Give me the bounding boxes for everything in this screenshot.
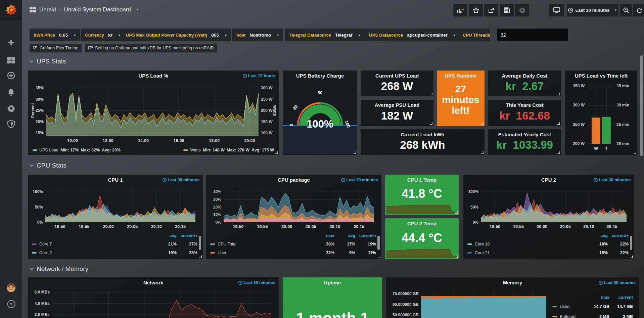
panel-title[interactable]: CPU 2 Temp — [388, 221, 456, 226]
panel-title[interactable]: Average PSU Load — [363, 102, 431, 108]
legend-scrollbar[interactable] — [199, 236, 201, 250]
cpu2-chart[interactable]: 0%50%100%19:5019:5520:0020:0520:1020:15 — [466, 186, 631, 231]
alerting-bell-icon[interactable] — [0, 86, 22, 98]
clock-icon — [163, 178, 167, 182]
time-range-picker[interactable]: Last 30 minutes ▼ — [567, 4, 618, 16]
panel-title[interactable]: Uptime — [293, 280, 372, 285]
share-button[interactable] — [484, 4, 498, 16]
cpu-package-chart[interactable]: 0%10%20%30%40%19:5019:5520:0020:0520:102… — [209, 186, 379, 231]
section-network-memory[interactable]: Network / Memory — [30, 265, 88, 273]
dashboards-grid-icon[interactable] — [0, 54, 22, 66]
legend-row[interactable]: CPU Total38%17%19% — [210, 240, 376, 248]
legend-col-avg[interactable]: avg — [587, 233, 608, 238]
legend-row[interactable]: User22%9%11% — [210, 248, 376, 257]
server-admin-shield-icon[interactable] — [0, 118, 22, 130]
legend-col-max[interactable]: max — [314, 233, 334, 238]
svg-text:19:55: 19:55 — [513, 224, 524, 229]
ups-load-chart[interactable]: 15%100 W20%150 W25%200 W30%250 W35%300 W… — [31, 82, 276, 145]
cycle-view-button[interactable] — [549, 4, 564, 16]
panel-time-range[interactable]: Last 30 minutes — [238, 280, 275, 285]
variable-host[interactable]: host Nostromo ▾ — [232, 29, 283, 41]
panel-time-range[interactable]: Last 30 minutes — [341, 178, 378, 182]
panel-title[interactable]: CPU 1 Temp — [388, 177, 456, 183]
legend-col-current[interactable]: current — [177, 233, 197, 238]
page-scrollbar[interactable] — [640, 55, 643, 156]
variable-ups-datasource[interactable]: UPS Datasource apcupsd-container ▾ — [365, 29, 460, 41]
legend-row[interactable]: Used14.7 GB14.7 GB — [552, 302, 633, 312]
legend-col-current[interactable]: current — [609, 295, 633, 300]
link-ups-monitoring-guide[interactable]: Setting up Grafana and InfluxDB for UPS … — [85, 44, 217, 52]
tv-monitor-icon — [553, 7, 560, 13]
panel-time-range[interactable]: Last 30 minutes — [599, 280, 636, 285]
section-ups-stats[interactable]: UPS Stats — [30, 58, 66, 65]
cpu1-temp-sparkline — [386, 203, 457, 214]
panel-title[interactable]: UPS Load % — [38, 73, 269, 79]
panel-title[interactable]: Average Daily Cost — [491, 73, 558, 79]
svg-text:100%: 100% — [468, 189, 478, 194]
legend-col-current[interactable]: current — [355, 233, 376, 238]
panel-title[interactable]: UPS Battery Charge — [285, 73, 355, 79]
variable-kwh-price[interactable]: kWh Price 0.65 ▾ — [30, 29, 80, 41]
dashboard-settings-button[interactable] — [515, 4, 529, 16]
sidebar: ? — [0, 0, 22, 318]
cpu1-chart[interactable]: 0%50%100%19:5019:5520:0020:0520:1020:15 — [31, 186, 200, 231]
chevron-down-icon — [30, 268, 34, 270]
breadcrumb-section[interactable]: Unraid — [39, 6, 56, 13]
memory-chart[interactable]: 50.000000 GB60.000000 GB70.000000 GB19:5… — [389, 287, 550, 318]
grafana-logo[interactable] — [0, 0, 22, 20]
chevron-down-icon: ▼ — [614, 8, 617, 12]
load-vs-time-chart[interactable]: 200 W20 min250 W25 min300 W30 min350 W35… — [565, 71, 637, 155]
zoom-out-button[interactable] — [620, 4, 632, 16]
panel-time-range[interactable]: Last 30 minutes — [163, 178, 199, 182]
breadcrumb-page[interactable]: Unraid System Dashboard — [64, 6, 131, 13]
variable-value: apcupsd-container — [407, 33, 448, 38]
zoom-out-icon — [623, 7, 629, 13]
legend-row[interactable]: Core 1818%22% — [467, 240, 629, 248]
refresh-picker[interactable]: 5s ▼ — [633, 4, 644, 16]
save-button[interactable] — [500, 4, 514, 16]
legend-swatch — [552, 316, 557, 317]
star-button[interactable] — [469, 4, 483, 16]
variable-telegraf-datasource[interactable]: Telegraf Datasource Telegraf ▾ — [285, 29, 365, 41]
legend-col-max[interactable]: max — [586, 295, 609, 300]
stat-value: kr 162.68 — [488, 109, 561, 122]
explore-compass-icon[interactable] — [0, 70, 22, 81]
battery-gauge[interactable] — [283, 81, 357, 143]
breadcrumb-separator: › — [59, 7, 61, 13]
legend-swatch — [33, 149, 37, 151]
panel-title[interactable]: UPS Runtime — [438, 73, 483, 79]
svg-text:20:15: 20:15 — [607, 224, 617, 229]
breadcrumb[interactable]: Unraid › Unraid System Dashboard ▼ — [30, 0, 139, 19]
legend-scrollbar[interactable] — [630, 236, 632, 250]
configuration-gear-icon[interactable] — [0, 102, 22, 114]
section-cpu-stats[interactable]: CPU Stats — [30, 162, 66, 169]
panel-time-range[interactable]: Last 30 minutes — [594, 178, 631, 182]
add-icon[interactable] — [0, 37, 22, 48]
svg-text:10:00: 10:00 — [67, 138, 78, 143]
panel-title[interactable]: This Years Cost — [491, 102, 558, 108]
variable-ups-max-power[interactable]: UPS Max Output Power Capacity (Watt) 865… — [122, 29, 231, 41]
panel-title[interactable]: Current Load kWh — [371, 132, 474, 137]
add-panel-button[interactable] — [453, 4, 467, 16]
panel-title[interactable]: Memory — [396, 280, 629, 285]
user-avatar[interactable] — [0, 282, 22, 293]
link-grafana-plex-theme[interactable]: Grafana Plex Theme — [30, 44, 82, 52]
legend-row[interactable]: Buffered3 MB3 MB — [552, 312, 633, 318]
legend-row[interactable]: Core 721%37% — [32, 240, 197, 248]
legend-row[interactable]: Core 219%28% — [32, 248, 197, 257]
help-question-icon[interactable]: ? — [0, 298, 22, 310]
svg-text:Percent: Percent — [31, 103, 35, 118]
chevron-down-icon[interactable]: ▼ — [136, 8, 139, 11]
variable-currency[interactable]: Currency kr ▾ — [81, 29, 125, 41]
panel-time-range[interactable]: Last 12 hours — [243, 74, 275, 78]
panel-title[interactable]: Estimated Yearly Cost — [491, 132, 558, 137]
legend-col-current[interactable]: current — [608, 233, 629, 238]
legend-row[interactable]: Core 2118%22% — [467, 248, 629, 257]
cpu-threads-input[interactable] — [497, 29, 568, 41]
panel-title[interactable]: Network — [38, 280, 269, 285]
legend-col-avg[interactable]: avg — [334, 233, 355, 238]
legend-scrollbar[interactable] — [377, 236, 380, 250]
network-chart[interactable]: 2.0 MBs4.0 MBs6.0 MBs19:5019:5520:0020:0… — [31, 287, 276, 318]
legend-col-avg[interactable]: avg — [156, 233, 177, 238]
panel-title[interactable]: Current UPS Load — [363, 73, 431, 79]
